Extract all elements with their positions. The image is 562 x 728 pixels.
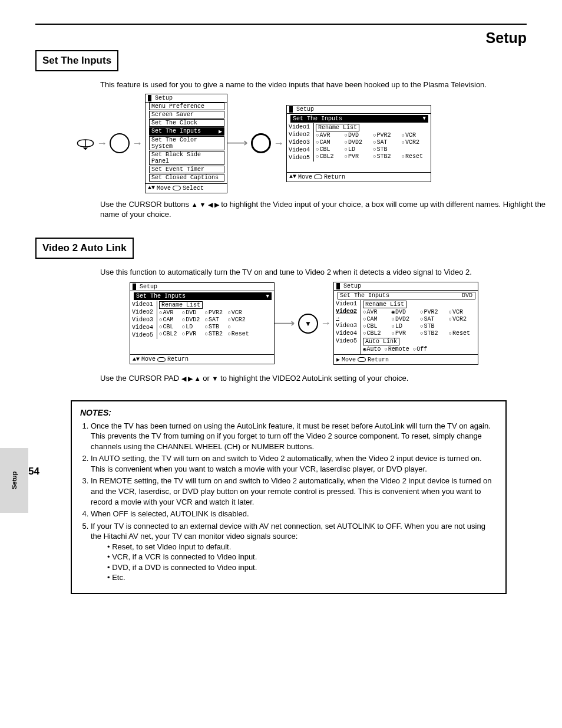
opt[interactable]: CBL	[363, 323, 391, 330]
video-label[interactable]: Video1	[130, 301, 157, 308]
opt[interactable]: AVR	[316, 132, 343, 139]
opt[interactable]: STB	[373, 146, 401, 153]
opt[interactable]: DVD	[345, 132, 372, 139]
video-label[interactable]: Video4	[130, 324, 157, 331]
cursor-arrows-glyph: ◀ ▶ ▲	[181, 375, 201, 382]
osd-menu-item-active[interactable]: Set The Inputs▶	[149, 127, 224, 136]
opt[interactable]: DVD2	[182, 317, 204, 323]
osd-subtitle: Set The Inputs DVD	[338, 292, 475, 299]
video-label[interactable]: Video5	[334, 337, 361, 345]
opt[interactable]: DVD2	[345, 139, 372, 146]
opt[interactable]: VCR	[402, 132, 429, 139]
opt[interactable]: SAT	[205, 317, 227, 323]
foot-move: Move	[298, 174, 312, 180]
select-button-icon	[110, 133, 130, 153]
video-label[interactable]: Video5	[287, 154, 313, 162]
opt[interactable]: AVR	[159, 309, 181, 316]
video-label[interactable]: Video4	[334, 330, 361, 337]
osd-menu-item[interactable]: Set Closed Captions	[149, 174, 224, 182]
autolink-opt[interactable]: Auto	[363, 346, 381, 353]
opt[interactable]: LD	[182, 324, 204, 330]
opt[interactable]: STB2	[420, 330, 448, 337]
opt[interactable]: STB	[205, 324, 227, 330]
cursor-arrows-glyph: ▲ ▼ ◀ ▶	[191, 201, 219, 208]
opt[interactable]: DVD	[182, 309, 204, 316]
osd-set-inputs-grid-2: Setup Set The Inputs▼ Video1 Video2 Vide…	[130, 282, 275, 364]
opt[interactable]: Reset	[402, 153, 429, 160]
osd-menu-item[interactable]: Menu Preference	[149, 103, 224, 110]
autolink-opt[interactable]: Off	[413, 346, 427, 353]
page-header-right: Setup	[35, 29, 527, 47]
video-label[interactable]: Video3	[130, 316, 157, 324]
video-label[interactable]: Video4	[287, 146, 313, 154]
opt[interactable]: VCR2	[449, 316, 477, 322]
note-item: In REMOTE setting, the TV will turn on a…	[91, 476, 497, 507]
opt[interactable]: PVR	[392, 330, 419, 337]
opt[interactable]: STB2	[373, 153, 401, 160]
opt[interactable]: CAM	[159, 317, 181, 323]
opt[interactable]: Reset	[227, 331, 249, 337]
osd-set-inputs-autolink: Setup Set The Inputs DVD Video1 Video2 →…	[333, 282, 478, 365]
video-label[interactable]: Video2	[287, 131, 313, 139]
select-button-icon	[251, 133, 271, 153]
opt[interactable]: CAM	[363, 316, 391, 322]
opt[interactable]: CBL	[159, 324, 181, 330]
opt[interactable]: CBL	[316, 146, 343, 153]
opt[interactable]: SAT	[420, 316, 448, 322]
opt[interactable]: STB	[420, 323, 448, 330]
osd-set-inputs-grid: Setup Set The Inputs▼ Video1 Video2 Vide…	[286, 105, 431, 182]
video-label[interactable]: Video1	[287, 123, 313, 131]
opt[interactable]: CBL2	[159, 331, 181, 337]
opt[interactable]: VCR	[449, 309, 477, 315]
opt[interactable]: Reset	[449, 330, 477, 337]
opt[interactable]: STB2	[205, 331, 227, 337]
opt[interactable]: VCR2	[402, 139, 429, 146]
opt[interactable]	[227, 324, 249, 330]
opt[interactable]: CBL2	[316, 153, 343, 160]
opt[interactable]: LD	[392, 323, 419, 330]
select-oval-icon	[173, 186, 181, 190]
opt[interactable]: CAM	[316, 139, 343, 146]
osd-menu-item[interactable]: Set The Color System	[149, 136, 224, 150]
note-sub: • DVD, if a DVD is connected to Video in…	[107, 562, 497, 573]
return-oval-icon	[358, 357, 366, 362]
opt[interactable]: SAT	[373, 139, 401, 146]
rename-list-label: Rename List	[159, 301, 203, 309]
osd-menu-item[interactable]: Set Event Timer	[149, 166, 224, 173]
osd-menu-item[interactable]: Set Black Side Panel	[149, 151, 224, 165]
opt[interactable]: AVR	[363, 309, 391, 315]
foot-move: Move	[157, 185, 171, 192]
note-sub: • Reset, to set Video input to default.	[107, 542, 497, 552]
opt[interactable]: PVR2	[420, 309, 448, 315]
arrow-right-icon	[275, 320, 298, 327]
opt[interactable]: DVD2	[392, 316, 419, 322]
video-label[interactable]: Video1	[334, 300, 361, 308]
opt[interactable]: PVR2	[373, 132, 401, 139]
video-label[interactable]: Video5	[130, 331, 157, 339]
opt-selected[interactable]: DVD	[392, 309, 419, 315]
autolink-opt[interactable]: Remote	[384, 346, 409, 353]
osd-menu-item[interactable]: Screen Saver	[149, 111, 224, 118]
section-set-the-inputs: Set The Inputs	[35, 50, 118, 71]
opt[interactable]: PVR2	[205, 309, 227, 316]
osd-menu-item[interactable]: Set The Clock	[149, 119, 224, 127]
video-label-active[interactable]: Video2 →	[334, 308, 361, 322]
opt[interactable]: VCR	[227, 309, 249, 316]
video-label[interactable]: Video3	[287, 139, 313, 146]
cursor-pad-icon	[77, 137, 94, 150]
side-tab: Setup	[0, 448, 28, 513]
rename-list-label: Rename List	[363, 301, 406, 308]
opt[interactable]: PVR	[345, 153, 372, 160]
opt[interactable]: PVR	[182, 331, 204, 337]
right-icon: ▶	[336, 356, 340, 363]
video-label[interactable]: Video2	[130, 308, 157, 316]
opt[interactable]: CBL2	[363, 330, 391, 337]
opt[interactable]: VCR2	[227, 317, 249, 323]
video-label[interactable]: Video3	[334, 322, 361, 330]
osd-title: Setup	[140, 284, 157, 290]
up-down-icon: ▲▼	[148, 186, 155, 190]
section2-body: Use this function to automatically turn …	[100, 267, 548, 278]
down-button-icon: ▼	[298, 314, 318, 334]
opt[interactable]: LD	[345, 146, 372, 153]
arrow-right-icon: →	[318, 317, 333, 330]
